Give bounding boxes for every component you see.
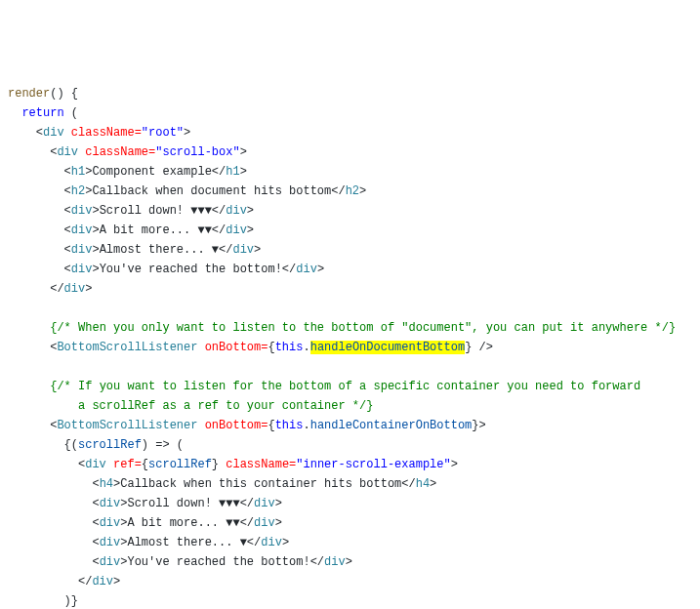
- token-text: You've reached the bottom!: [100, 263, 282, 276]
- token-punct: <: [8, 458, 85, 471]
- dot: .: [303, 419, 309, 432]
- close: >: [254, 243, 261, 257]
- indent: <: [8, 555, 100, 569]
- token-comment: a scrollRef as a ref to your container *…: [8, 399, 373, 413]
- token-tag: div: [57, 145, 78, 159]
- indent: <: [8, 536, 100, 549]
- close-open: </: [240, 497, 254, 510]
- close-open: </: [212, 223, 226, 237]
- close-open: </: [331, 184, 345, 198]
- token-tag: div: [226, 223, 247, 237]
- token-tag: h4: [416, 477, 430, 491]
- token-tag: div: [71, 243, 93, 257]
- token-tag: div: [71, 223, 93, 237]
- token-tag: BottomScrollListener: [57, 341, 197, 354]
- token-string: "inner-scroll-example": [296, 458, 450, 471]
- token-expr: scrollRef: [78, 438, 142, 452]
- token-highlighted: handleOnDocumentBottom: [310, 341, 465, 354]
- close: >: [346, 555, 352, 569]
- token-punct: >: [92, 204, 99, 218]
- token-text: Almost there... ▼: [100, 243, 219, 257]
- space: [197, 341, 204, 354]
- indent: [8, 106, 21, 120]
- token-punct: <: [8, 204, 71, 218]
- self-close: />: [472, 341, 493, 354]
- token-tag: div: [85, 458, 106, 471]
- token-punct: (: [64, 106, 78, 120]
- close-open: </: [401, 477, 415, 491]
- token-tag: h4: [100, 477, 113, 491]
- token-punct: <: [8, 419, 57, 432]
- token-tag: div: [71, 204, 93, 218]
- token-punct: )}: [8, 594, 78, 608]
- token-text: Almost there... ▼: [127, 536, 246, 549]
- token-tag: div: [100, 516, 121, 530]
- token-tag: div: [100, 555, 121, 569]
- close: >: [317, 263, 324, 276]
- token-attr: onBottom=: [205, 341, 268, 354]
- token-punct: <: [8, 126, 43, 140]
- close-open: </: [310, 555, 324, 569]
- token-tag: h2: [71, 184, 85, 198]
- brace-open: {: [268, 419, 274, 432]
- close-open: </: [219, 243, 232, 257]
- token-punct: >: [240, 145, 247, 159]
- space: [197, 419, 204, 432]
- token-attr: className=: [71, 126, 142, 140]
- token-tag: div: [92, 575, 113, 589]
- token-comment: {/* If you want to listen for the bottom…: [50, 380, 640, 393]
- token-this: this: [275, 341, 304, 354]
- token-punct: >: [92, 243, 99, 257]
- token-punct: <: [8, 165, 71, 179]
- token-keyword: return: [21, 106, 63, 120]
- close-open: </: [212, 165, 226, 179]
- token-tag: h1: [71, 165, 85, 179]
- brace-open: {: [268, 341, 274, 354]
- token-text: Callback when document hits bottom: [92, 184, 331, 198]
- close: >: [359, 184, 366, 198]
- space: [106, 458, 113, 471]
- token-punct: () {: [50, 87, 78, 101]
- close: >: [430, 477, 436, 491]
- token-this: this: [275, 419, 304, 432]
- token-expr: handleContainerOnBottom: [310, 419, 473, 432]
- close: >: [479, 419, 486, 432]
- token-string: "root": [142, 126, 184, 140]
- token-text: Scroll down! ▼▼▼: [100, 204, 212, 218]
- close-open: </: [212, 204, 226, 218]
- brace-close: }: [472, 419, 478, 432]
- brace-open: {: [142, 458, 148, 471]
- token-text: Callback when this container hits bottom: [120, 477, 401, 491]
- token-punct: </: [8, 575, 92, 589]
- close-open: </: [240, 516, 254, 530]
- token-punct: <: [8, 341, 57, 354]
- token-punct: <: [8, 145, 57, 159]
- token-attr: className=: [85, 145, 155, 159]
- close-open: </: [282, 263, 296, 276]
- token-tag: div: [254, 516, 275, 530]
- token-punct: >: [92, 223, 99, 237]
- token-text: You've reached the bottom!: [127, 555, 309, 569]
- close: >: [275, 516, 282, 530]
- token-punct: <: [8, 243, 71, 257]
- indent: <: [8, 477, 100, 491]
- dot: .: [303, 341, 309, 354]
- code-snippet: render() { return ( <div className="root…: [8, 84, 692, 609]
- token-expr: scrollRef: [148, 458, 212, 471]
- token-punct: >: [92, 263, 99, 276]
- token-tag: h1: [226, 165, 239, 179]
- token-tag: BottomScrollListener: [57, 419, 197, 432]
- token-punct: <: [8, 223, 71, 237]
- token-punct: <: [8, 184, 71, 198]
- token-attr: className=: [226, 458, 296, 471]
- token-comment: {/* When you only want to listen to the …: [50, 321, 676, 335]
- token-tag: div: [100, 536, 121, 549]
- token-text: A bit more... ▼▼: [100, 223, 212, 237]
- close: >: [275, 497, 282, 510]
- token-tag: div: [261, 536, 282, 549]
- token-tag: div: [100, 497, 121, 510]
- token-text: Scroll down! ▼▼▼: [127, 497, 239, 510]
- token-punct: {(: [8, 438, 78, 452]
- close-open: </: [247, 536, 261, 549]
- indent: <: [8, 497, 100, 510]
